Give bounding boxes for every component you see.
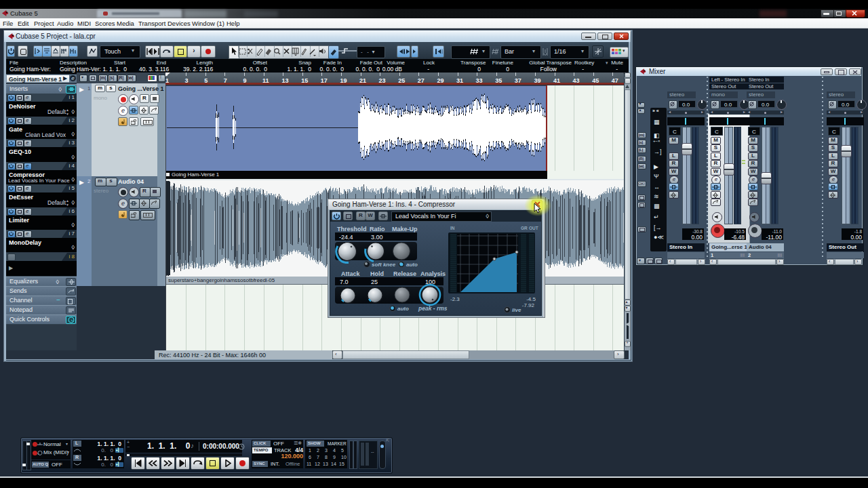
svg-text:OUT: OUT — [529, 226, 538, 230]
svg-text:Make-Up: Make-Up — [392, 226, 418, 232]
svg-text:Analysis: Analysis — [420, 270, 446, 277]
svg-text:GR: GR — [521, 226, 528, 230]
svg-text:-7.92: -7.92 — [522, 302, 535, 308]
svg-text:Threshold: Threshold — [337, 226, 367, 232]
svg-text:-24.4: -24.4 — [339, 234, 353, 241]
svg-text:IN: IN — [450, 226, 455, 230]
svg-text:-2.3: -2.3 — [450, 296, 460, 302]
svg-text:Ratio: Ratio — [370, 226, 385, 232]
svg-text:auto: auto — [406, 262, 418, 268]
svg-text:-4.5: -4.5 — [526, 296, 536, 302]
svg-text:Release: Release — [393, 270, 416, 277]
svg-text:auto: auto — [397, 306, 409, 312]
svg-text:3.00: 3.00 — [371, 234, 383, 241]
svg-text:peak - rms: peak - rms — [418, 305, 448, 312]
svg-text:soft knee: soft knee — [372, 262, 396, 268]
svg-text:25: 25 — [371, 279, 378, 285]
svg-text:7.0: 7.0 — [340, 279, 349, 285]
svg-text:Attack: Attack — [341, 270, 361, 277]
svg-text:live: live — [512, 307, 521, 313]
svg-text:Hold: Hold — [370, 270, 384, 277]
